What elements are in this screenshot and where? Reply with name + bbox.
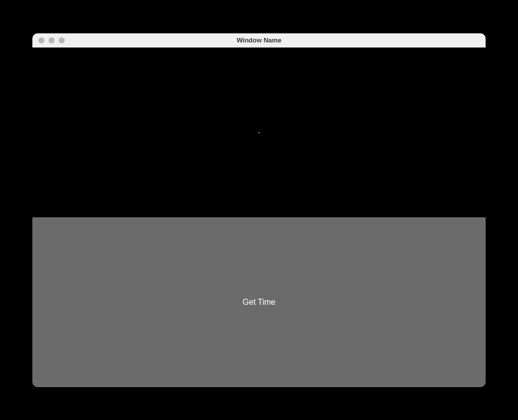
time-value: - [258,129,260,136]
maximize-icon[interactable] [59,37,65,43]
get-time-button[interactable]: Get Time [32,217,486,387]
minimize-icon[interactable] [49,37,55,43]
app-window: Window Name - Get Time [32,33,486,387]
time-display: - [32,48,486,217]
traffic-lights [32,37,65,43]
titlebar: Window Name [32,33,486,48]
window-title: Window Name [32,36,486,44]
close-icon[interactable] [38,37,45,43]
window-content: - Get Time [32,48,486,387]
button-label: Get Time [243,298,276,307]
